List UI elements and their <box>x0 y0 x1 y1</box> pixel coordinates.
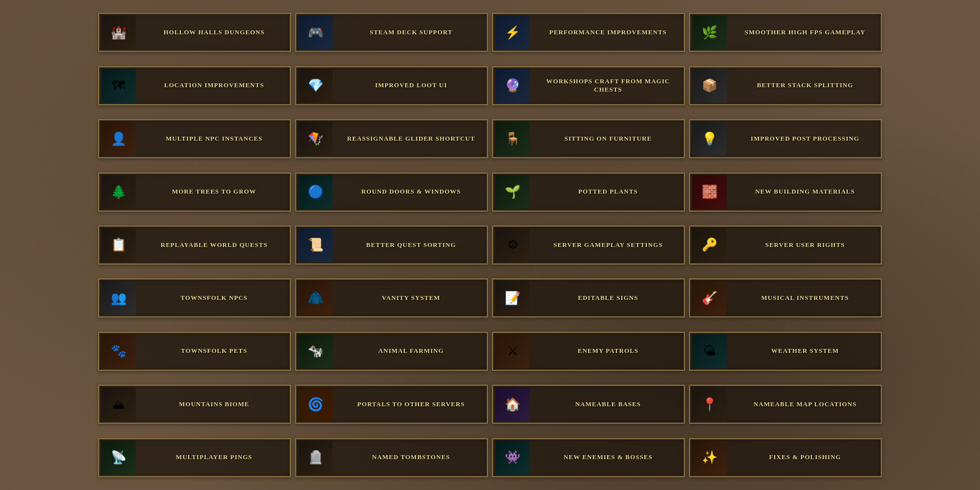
feature-thumb-8: 👤 <box>101 122 136 156</box>
feature-label-21: VANITY SYSTEM <box>335 294 487 302</box>
feature-icon-21: 🧥 <box>298 281 333 315</box>
feature-icon-10: 🪑 <box>495 122 530 156</box>
feature-icon-28: ⛰ <box>101 387 136 421</box>
feature-icon-3: 🌿 <box>692 15 727 49</box>
feature-icon-9: 🪁 <box>298 122 333 156</box>
feature-label-16: REPLAYABLE WORLD QUESTS <box>138 241 290 249</box>
feature-icon-0: 🏰 <box>101 15 136 49</box>
feature-label-26: ENEMY PATROLS <box>532 347 684 355</box>
feature-item-19: 🔑SERVER USER RIGHTS <box>689 225 882 265</box>
feature-icon-13: 🔵 <box>298 175 333 209</box>
feature-icon-24: 🐾 <box>101 334 136 368</box>
feature-icon-33: 🪦 <box>298 441 333 475</box>
feature-icon-11: 💡 <box>692 122 727 156</box>
feature-thumb-28: ⛰ <box>101 387 136 421</box>
feature-item-35: ✨FIXES & POLISHING <box>689 438 882 477</box>
feature-thumb-25: 🐄 <box>298 334 333 368</box>
feature-label-5: IMPROVED LOOT UI <box>335 81 487 90</box>
feature-item-22: 📝EDITABLE SIGNS <box>492 278 685 318</box>
feature-label-29: PORTALS TO OTHER SERVERS <box>335 400 487 409</box>
feature-thumb-26: ⚔ <box>495 334 530 368</box>
feature-icon-22: 📝 <box>495 281 530 315</box>
feature-icon-35: ✨ <box>692 441 727 475</box>
feature-label-4: LOCATION IMPROVEMENTS <box>138 81 290 90</box>
feature-label-20: TOWNSFOLK NPCS <box>138 294 290 302</box>
feature-thumb-33: 🪦 <box>298 441 333 475</box>
feature-item-20: 👥TOWNSFOLK NPCS <box>98 278 291 318</box>
feature-thumb-35: ✨ <box>692 441 727 475</box>
feature-item-15: 🧱NEW BUILDING MATERIALS <box>689 172 882 212</box>
feature-item-3: 🌿SMOOTHER HIGH FPS GAMEPLAY <box>689 13 882 52</box>
feature-thumb-30: 🏠 <box>495 387 530 421</box>
feature-item-32: 📡MULTIPLAYER PINGS <box>98 438 291 477</box>
feature-item-24: 🐾TOWNSFOLK PETS <box>98 332 291 371</box>
feature-thumb-15: 🧱 <box>692 175 727 209</box>
feature-icon-5: 💎 <box>298 69 333 103</box>
feature-icon-12: 🌲 <box>101 175 136 209</box>
feature-thumb-2: ⚡ <box>495 15 530 49</box>
feature-thumb-34: 👾 <box>495 441 530 475</box>
feature-item-9: 🪁REASSIGNABLE GLIDER SHORTCUT <box>295 119 488 158</box>
feature-item-7: 📦BETTER STACK SPLITTING <box>689 66 882 105</box>
feature-label-24: TOWNSFOLK PETS <box>138 347 290 355</box>
feature-label-2: PERFORMANCE IMPROVEMENTS <box>532 28 684 37</box>
feature-item-13: 🔵ROUND DOORS & WINDOWS <box>295 172 488 212</box>
feature-icon-32: 📡 <box>101 441 136 475</box>
feature-thumb-18: ⚙ <box>495 228 530 262</box>
feature-thumb-9: 🪁 <box>298 122 333 156</box>
feature-item-12: 🌲MORE TREES TO GROW <box>98 172 291 212</box>
feature-icon-15: 🧱 <box>692 175 727 209</box>
feature-thumb-24: 🐾 <box>101 334 136 368</box>
feature-item-17: 📜BETTER QUEST SORTING <box>295 225 488 265</box>
feature-icon-31: 📍 <box>692 387 727 421</box>
feature-label-23: MUSICAL INSTRUMENTS <box>729 294 881 302</box>
feature-label-15: NEW BUILDING MATERIALS <box>729 188 881 196</box>
feature-icon-7: 📦 <box>692 69 727 103</box>
feature-label-27: WEATHER SYSTEM <box>729 347 881 355</box>
feature-thumb-27: 🌤 <box>692 334 727 368</box>
feature-thumb-14: 🌱 <box>495 175 530 209</box>
feature-icon-25: 🐄 <box>298 334 333 368</box>
feature-icon-16: 📋 <box>101 228 136 262</box>
feature-item-14: 🌱POTTED PLANTS <box>492 172 685 212</box>
feature-label-6: WORKSHOPS CRAFT FROM MAGIC CHESTS <box>532 77 684 94</box>
feature-icon-27: 🌤 <box>692 334 727 368</box>
feature-icon-18: ⚙ <box>495 228 530 262</box>
feature-item-4: 🗺LOCATION IMPROVEMENTS <box>98 66 291 105</box>
feature-thumb-23: 🎸 <box>692 281 727 315</box>
feature-label-12: MORE TREES TO GROW <box>138 188 290 196</box>
feature-label-10: SITTING ON FURNITURE <box>532 135 684 143</box>
feature-icon-17: 📜 <box>298 228 333 262</box>
feature-label-25: ANIMAL FARMING <box>335 347 487 355</box>
feature-thumb-3: 🌿 <box>692 15 727 49</box>
feature-thumb-12: 🌲 <box>101 175 136 209</box>
feature-item-6: 🔮WORKSHOPS CRAFT FROM MAGIC CHESTS <box>492 66 685 105</box>
feature-label-32: MULTIPLAYER PINGS <box>138 453 290 462</box>
feature-label-30: NAMEABLE BASES <box>532 400 684 409</box>
feature-item-29: 🌀PORTALS TO OTHER SERVERS <box>295 385 488 424</box>
feature-icon-26: ⚔ <box>495 334 530 368</box>
feature-label-35: FIXES & POLISHING <box>729 453 881 462</box>
feature-item-34: 👾NEW ENEMIES & BOSSES <box>492 438 685 477</box>
feature-label-18: SERVER GAMEPLAY SETTINGS <box>532 241 684 249</box>
feature-thumb-11: 💡 <box>692 122 727 156</box>
feature-icon-4: 🗺 <box>101 69 136 103</box>
feature-thumb-0: 🏰 <box>101 15 136 49</box>
feature-item-23: 🎸MUSICAL INSTRUMENTS <box>689 278 882 318</box>
feature-label-34: NEW ENEMIES & BOSSES <box>532 453 684 462</box>
feature-label-28: MOUNTAINS BIOME <box>138 400 290 409</box>
feature-label-3: SMOOTHER HIGH FPS GAMEPLAY <box>729 28 881 37</box>
feature-icon-8: 👤 <box>101 122 136 156</box>
feature-item-18: ⚙SERVER GAMEPLAY SETTINGS <box>492 225 685 265</box>
feature-item-31: 📍NAMEABLE MAP LOCATIONS <box>689 385 882 424</box>
feature-thumb-13: 🔵 <box>298 175 333 209</box>
feature-item-5: 💎IMPROVED LOOT UI <box>295 66 488 105</box>
feature-label-9: REASSIGNABLE GLIDER SHORTCUT <box>335 135 487 143</box>
feature-label-14: POTTED PLANTS <box>532 188 684 196</box>
feature-thumb-31: 📍 <box>692 387 727 421</box>
feature-icon-6: 🔮 <box>495 69 530 103</box>
feature-label-31: NAMEABLE MAP LOCATIONS <box>729 400 881 409</box>
feature-thumb-4: 🗺 <box>101 69 136 103</box>
feature-thumb-20: 👥 <box>101 281 136 315</box>
feature-label-1: STEAM DECK SUPPORT <box>335 28 487 37</box>
